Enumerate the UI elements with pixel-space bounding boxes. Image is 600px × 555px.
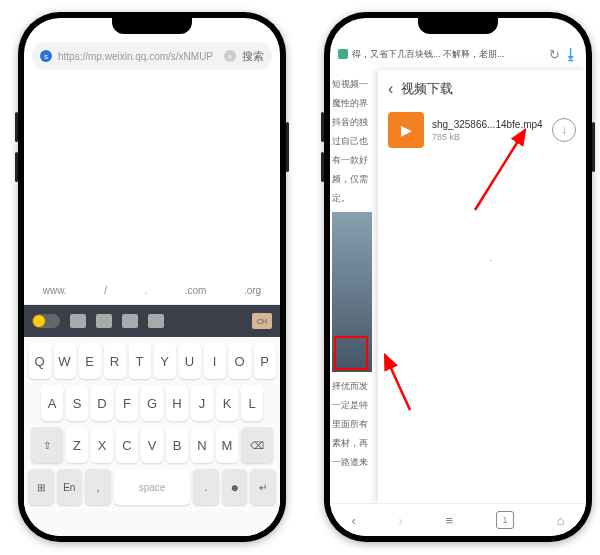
article-line: 过自己也 xyxy=(332,133,376,149)
nav-menu-icon[interactable]: ≡ xyxy=(446,513,454,528)
vol-up xyxy=(15,112,18,142)
key-r[interactable]: R xyxy=(104,343,126,379)
key-n[interactable]: N xyxy=(191,427,213,463)
tool-icon[interactable] xyxy=(122,314,138,328)
panel-title: 视频下载 xyxy=(401,80,453,98)
lang-badge[interactable]: CH xyxy=(252,313,272,329)
comma-key[interactable]: , xyxy=(85,469,111,505)
key-t[interactable]: T xyxy=(129,343,151,379)
backspace-key[interactable]: ⌫ xyxy=(241,427,273,463)
nav-tabs-icon[interactable]: 1 xyxy=(496,511,514,529)
phone-right: 得，又省下几百块钱... 不解释，老朋... ↻ ⭳ 短视频一魔性的界抖音的独过… xyxy=(324,12,592,542)
key-m[interactable]: M xyxy=(216,427,238,463)
key-o[interactable]: O xyxy=(229,343,251,379)
nav-home-icon[interactable]: ⌂ xyxy=(557,513,565,528)
screen-right: 得，又省下几百块钱... 不解释，老朋... ↻ ⭳ 短视频一魔性的界抖音的独过… xyxy=(330,18,586,536)
tool-icon[interactable] xyxy=(70,314,86,328)
key-u[interactable]: U xyxy=(179,343,201,379)
tab-title: 得，又省下几百块钱... 不解释，老朋... xyxy=(352,48,545,61)
toggle-icon[interactable] xyxy=(32,314,60,328)
article-line: 里面所有 xyxy=(332,416,376,432)
file-name: shg_325866...14bfe.mp4 xyxy=(432,119,544,130)
panel-header: ‹ 视频下载 xyxy=(388,80,576,98)
key-a[interactable]: A xyxy=(41,385,63,421)
key-w[interactable]: W xyxy=(54,343,76,379)
emoji-key[interactable]: ☻ xyxy=(222,469,248,505)
article-line: 魔性的界 xyxy=(332,95,376,111)
article-line: 定。 xyxy=(332,190,376,206)
key-d[interactable]: D xyxy=(91,385,113,421)
vol-up xyxy=(321,112,324,142)
phone-left: s https://mp.weixin.qq.com/s/xNMUP × 搜索 … xyxy=(18,12,286,542)
notch xyxy=(112,18,192,34)
key-g[interactable]: G xyxy=(141,385,163,421)
key-b[interactable]: B xyxy=(166,427,188,463)
suggestion-bar: www. / . .com .org xyxy=(24,276,280,305)
key-z[interactable]: Z xyxy=(66,427,88,463)
download-icon[interactable]: ⭳ xyxy=(564,46,578,62)
article-preview: 短视频一魔性的界抖音的独过自己也有一款好频，仅需定。 择优而发一定是特里面所有素… xyxy=(330,70,378,504)
notch xyxy=(418,18,498,34)
search-button[interactable]: 搜索 xyxy=(242,49,264,64)
content-area: 短视频一魔性的界抖音的独过自己也有一款好频，仅需定。 择优而发一定是特里面所有素… xyxy=(330,70,586,504)
key-f[interactable]: F xyxy=(116,385,138,421)
key-p[interactable]: P xyxy=(254,343,276,379)
power-button xyxy=(286,122,289,172)
ssl-icon: s xyxy=(40,50,52,62)
video-thumb-icon: ▶ xyxy=(388,112,424,148)
nav-back-icon[interactable]: ‹ xyxy=(351,513,355,528)
article-line: 有一款好 xyxy=(332,152,376,168)
key-l[interactable]: L xyxy=(241,385,263,421)
article-line: 短视频一 xyxy=(332,76,376,92)
tab-bar: 得，又省下几百块钱... 不解释，老朋... ↻ ⭳ xyxy=(338,42,578,66)
back-icon[interactable]: ‹ xyxy=(388,80,393,98)
key-y[interactable]: Y xyxy=(154,343,176,379)
vol-down xyxy=(321,152,324,182)
tool-icon[interactable] xyxy=(148,314,164,328)
key-e[interactable]: E xyxy=(79,343,101,379)
nav-fwd-icon[interactable]: › xyxy=(398,513,402,528)
sugg-item[interactable]: / xyxy=(104,285,107,296)
article-line: 一路道来 xyxy=(332,454,376,470)
file-row[interactable]: ▶ shg_325866...14bfe.mp4 785 kB ↓ xyxy=(388,112,576,148)
key-v[interactable]: V xyxy=(141,427,163,463)
symbol-key[interactable]: ⊞ xyxy=(28,469,54,505)
key-s[interactable]: S xyxy=(66,385,88,421)
key-q[interactable]: Q xyxy=(29,343,51,379)
power-button xyxy=(592,122,595,172)
period-key[interactable]: . xyxy=(193,469,219,505)
article-line: 频，仅需 xyxy=(332,171,376,187)
key-j[interactable]: J xyxy=(191,385,213,421)
article-line: 择优而发 xyxy=(332,378,376,394)
file-size: 785 kB xyxy=(432,132,544,142)
download-panel: ‹ 视频下载 ▶ shg_325866...14bfe.mp4 785 kB ↓ xyxy=(378,70,586,504)
refresh-icon[interactable]: ↻ xyxy=(549,47,560,62)
article-line: 抖音的独 xyxy=(332,114,376,130)
space-key[interactable]: space xyxy=(114,469,191,505)
key-i[interactable]: I xyxy=(204,343,226,379)
url-text: https://mp.weixin.qq.com/s/xNMUP xyxy=(58,51,224,62)
bottom-nav: ‹ › ≡ 1 ⌂ xyxy=(330,503,586,536)
key-grid: QWERTYUIOP ASDFGHJKL ⇧ZXCVBNM⌫ ⊞ En , sp… xyxy=(24,337,280,517)
key-x[interactable]: X xyxy=(91,427,113,463)
key-c[interactable]: C xyxy=(116,427,138,463)
sugg-item[interactable]: www. xyxy=(43,285,67,296)
download-button[interactable]: ↓ xyxy=(552,118,576,142)
key-k[interactable]: K xyxy=(216,385,238,421)
sugg-item[interactable]: . xyxy=(144,285,147,296)
lang-key[interactable]: En xyxy=(57,469,83,505)
address-bar[interactable]: s https://mp.weixin.qq.com/s/xNMUP × 搜索 xyxy=(32,42,272,70)
key-h[interactable]: H xyxy=(166,385,188,421)
lock-icon xyxy=(338,49,348,59)
shift-key[interactable]: ⇧ xyxy=(31,427,63,463)
sugg-item[interactable]: .com xyxy=(185,285,207,296)
file-info: shg_325866...14bfe.mp4 785 kB xyxy=(432,119,544,142)
tool-icon[interactable] xyxy=(96,314,112,328)
keyboard: www. / . .com .org CH QWERTYUIOP ASDFGHJ… xyxy=(24,276,280,536)
keyboard-toolbar: CH xyxy=(24,305,280,337)
clear-icon[interactable]: × xyxy=(224,50,236,62)
vol-down xyxy=(15,152,18,182)
sugg-item[interactable]: .org xyxy=(244,285,261,296)
enter-key[interactable]: ↵ xyxy=(250,469,276,505)
article-image xyxy=(332,212,372,372)
